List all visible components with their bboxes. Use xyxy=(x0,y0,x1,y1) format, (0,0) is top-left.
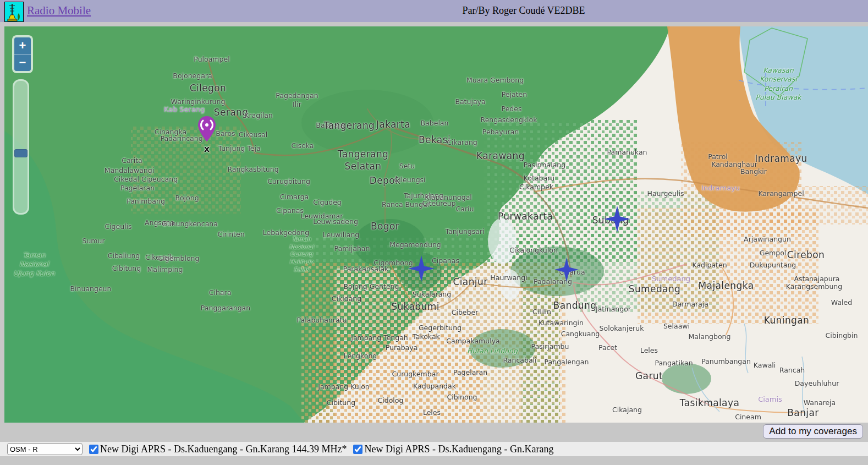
map-label: Kadupandak xyxy=(413,382,456,391)
map-label: Panggarangan xyxy=(201,304,250,313)
map-label: Gunungkencana xyxy=(162,220,218,228)
zoom-out-button[interactable]: − xyxy=(14,54,31,71)
map-label: Cililin xyxy=(532,308,551,316)
map-label: Balaraja xyxy=(316,121,344,130)
map-label: Garut xyxy=(635,370,663,382)
map-label: Cilegon xyxy=(190,82,227,94)
map-label: Waled xyxy=(831,298,852,307)
map-label: Pamanukan xyxy=(607,148,647,157)
map-label: Tangerang xyxy=(324,119,375,132)
map-label: Tasikmalaya xyxy=(680,397,739,409)
map-label: Lengkong xyxy=(344,352,377,360)
map-label: Kawali xyxy=(754,361,776,370)
zoom-slider-handle[interactable] xyxy=(14,149,28,157)
map-label: Pagelaran xyxy=(453,368,487,377)
map-label: Curugbitung xyxy=(267,177,310,186)
map-label: Leuwidamar xyxy=(301,212,343,221)
map-label: Cineam xyxy=(735,413,761,422)
map-label: Leuwiliang xyxy=(323,231,360,239)
map-label: Ranca Bungur xyxy=(382,200,430,209)
map-label: Pedes xyxy=(502,105,522,113)
map-label: Indramayu xyxy=(755,152,807,165)
map-layer-select[interactable]: OSM - R xyxy=(7,443,83,455)
map-label: Cigudeg xyxy=(313,198,342,207)
map-label: Panumbangan xyxy=(701,357,751,366)
map-label: Rancabali xyxy=(503,356,536,365)
map-label: Takokak xyxy=(413,332,440,341)
map-label: Arjawinangun xyxy=(744,235,791,244)
map-label: Kandanghaur xyxy=(711,160,757,169)
map-label: Klapanunggal xyxy=(425,193,472,202)
map-label: Cikedal xyxy=(114,175,139,184)
zoom-control: + − xyxy=(12,35,33,73)
map-label: Cigombong xyxy=(373,259,413,267)
transmitter-pin-marker[interactable] xyxy=(197,116,216,145)
coverage-map[interactable]: PuloampelBojonegaraCilegonWaringinkurung… xyxy=(4,26,868,423)
map-label: Campakamulya xyxy=(446,337,499,346)
map-label: Panimbang xyxy=(127,197,165,206)
zoom-in-button[interactable]: + xyxy=(14,37,31,54)
zoom-slider[interactable] xyxy=(13,79,29,215)
map-label: Pagedangan Ilir xyxy=(276,91,318,110)
coverage-checkbox-1[interactable] xyxy=(89,445,98,454)
map-label: Banjar xyxy=(787,407,818,419)
map-label: Pacet xyxy=(598,343,617,352)
map-label: Malangbong xyxy=(689,332,731,341)
map-label: Selaawi xyxy=(663,322,690,331)
map-label: Bangkir xyxy=(740,167,767,176)
coverage-checkbox-2[interactable] xyxy=(353,445,362,454)
map-label: Cipanas xyxy=(432,256,459,265)
map-label: Cisoka xyxy=(291,141,314,150)
map-label: Patrol xyxy=(708,152,728,161)
coverage-item-2: New Digi APRS - Ds.Kaduengang - Gn.Karan… xyxy=(353,444,553,455)
map-label: Leuwisadeng xyxy=(313,217,358,226)
coverage-label-1: New Digi APRS - Ds.Kaduengang - Gn.Karan… xyxy=(100,444,347,455)
map-label: Carita xyxy=(122,156,142,165)
map-label: Pejaten xyxy=(502,90,527,99)
map-label: Cikalongkulon xyxy=(509,246,558,255)
map-label: Kuningan xyxy=(764,314,810,326)
map-label: Leles xyxy=(423,408,441,417)
map-label: Waringinkurung xyxy=(171,97,226,106)
coverage-star-marker[interactable] xyxy=(408,255,435,282)
map-labels-layer: PuloampelBojonegaraCilegonWaringinkurung… xyxy=(4,26,868,423)
map-label: Tunjung Teja xyxy=(218,144,260,153)
map-label: Sumedang xyxy=(652,275,690,284)
map-label: Pasirjambu xyxy=(531,342,569,351)
map-label: Sumur xyxy=(82,237,105,245)
coverage-star-marker[interactable] xyxy=(554,258,579,282)
map-label: Cibinong xyxy=(447,393,477,402)
map-label: Cibingbin xyxy=(826,331,858,340)
map-label: Bogor xyxy=(371,220,399,232)
map-label: Tanjungsari xyxy=(445,227,484,236)
byline-text: Par/By Roger Coudé VE2DBE xyxy=(462,5,585,17)
map-label: Sukabumi xyxy=(391,300,440,313)
map-label: Jampang Tengah xyxy=(351,333,408,342)
coverage-star-marker[interactable] xyxy=(604,206,630,232)
map-label: Purabaya xyxy=(386,343,418,352)
map-label: Cirinten xyxy=(217,230,244,239)
map-label: Jakarta xyxy=(376,118,410,130)
map-label: Karawang xyxy=(476,150,525,162)
map-label: Ciamis xyxy=(758,395,782,404)
map-label: Bojonegara xyxy=(173,72,212,80)
map-label: Karangampel xyxy=(758,189,804,198)
add-to-coverages-button[interactable]: Add to my coverages xyxy=(763,424,863,439)
map-label: Kotabaru xyxy=(524,174,554,183)
radio-mobile-link[interactable]: Radio Mobile xyxy=(27,4,91,18)
map-label: Cidolog xyxy=(378,396,404,405)
radio-tower-icon xyxy=(4,2,24,22)
map-label: Cikeusik xyxy=(145,253,174,262)
map-label: Haurgeulis xyxy=(647,189,684,198)
map-label: Cikajang xyxy=(612,406,642,414)
map-label: Dayeuhluhur xyxy=(795,379,839,388)
header-bar: Radio Mobile Par/By Roger Coudé VE2DBE xyxy=(0,0,868,22)
map-label: Cikidang xyxy=(332,294,361,303)
map-label: Pagelaran xyxy=(120,184,155,193)
map-label: Citeureup xyxy=(422,199,455,208)
map-label: Pangalengan xyxy=(545,358,589,366)
map-label: Sumedang xyxy=(629,283,681,295)
map-label: Cikeusal xyxy=(239,130,267,139)
map-label: Cibeber xyxy=(452,308,479,317)
map-label: Batujaya xyxy=(455,97,485,106)
